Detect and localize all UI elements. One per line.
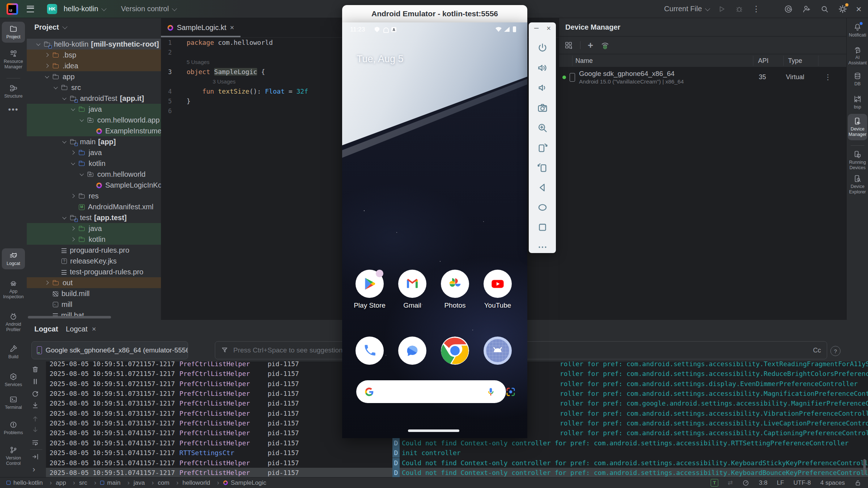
tree-chevron[interactable] bbox=[53, 269, 59, 275]
tree-chevron[interactable] bbox=[88, 182, 93, 188]
tree-chevron[interactable] bbox=[35, 41, 41, 47]
sidebar-item-problems[interactable]: Problems bbox=[0, 420, 27, 436]
tree-row[interactable]: src bbox=[27, 82, 161, 93]
project-selector[interactable]: hello-kotlin bbox=[64, 5, 105, 13]
tree-row[interactable]: test-proguard-rules.pro bbox=[27, 266, 161, 277]
tree-row[interactable]: java bbox=[27, 223, 161, 234]
power-button-icon[interactable] bbox=[537, 42, 548, 54]
google-search-bar[interactable] bbox=[356, 380, 506, 403]
tree-chevron[interactable] bbox=[70, 193, 76, 199]
sidebar-item-resource-manager[interactable]: Resource Manager bbox=[0, 49, 27, 70]
log-row[interactable]: 2025-08-05 10:59:51.074 1157-1217 PrefCt… bbox=[46, 468, 868, 477]
file-encoding[interactable]: UTF-8 bbox=[793, 479, 811, 487]
scroll-to-end-icon[interactable] bbox=[31, 401, 39, 410]
column-header-type[interactable]: Type bbox=[788, 57, 802, 65]
clear-logcat-icon[interactable] bbox=[31, 365, 39, 373]
project-panel-header[interactable]: Project bbox=[27, 18, 161, 36]
tree-chevron[interactable] bbox=[70, 160, 76, 166]
app-youtube[interactable]: YouTube bbox=[480, 270, 516, 309]
tree-chevron[interactable] bbox=[53, 247, 59, 253]
project-badge[interactable]: HK bbox=[47, 4, 57, 14]
next-occurrence-icon[interactable] bbox=[31, 425, 39, 434]
tree-chevron[interactable] bbox=[44, 291, 50, 296]
tree-chevron[interactable] bbox=[53, 258, 59, 264]
tree-chevron[interactable] bbox=[61, 215, 67, 221]
more-actions-icon[interactable]: ⋮ bbox=[752, 4, 761, 14]
close-icon[interactable]: × bbox=[546, 24, 551, 33]
home-button-icon[interactable] bbox=[537, 202, 548, 213]
log-row[interactable]: 2025-08-05 10:59:51.074 1157-1217 PrefCt… bbox=[46, 458, 868, 468]
lock-open-icon[interactable] bbox=[854, 479, 861, 487]
tree-row[interactable]: main [app] bbox=[27, 136, 161, 147]
tree-row[interactable]: com.helloworld bbox=[27, 169, 161, 180]
date-widget[interactable]: Tue, Aug 5 bbox=[357, 53, 404, 65]
app-play-store[interactable]: Play Store bbox=[352, 270, 388, 309]
settings-button[interactable] bbox=[838, 4, 847, 14]
main-menu-button[interactable] bbox=[27, 6, 34, 12]
voice-search-mic-icon[interactable] bbox=[486, 387, 496, 397]
sidebar-item-bsp[interactable]: bsp bbox=[847, 95, 868, 110]
app-gmail[interactable]: Gmail bbox=[394, 270, 430, 309]
pause-logcat-icon[interactable] bbox=[31, 377, 39, 386]
indent-setting[interactable]: 4 spaces bbox=[820, 479, 845, 487]
overview-button-icon[interactable] bbox=[537, 222, 548, 233]
back-button-icon[interactable] bbox=[537, 182, 548, 193]
home-indicator[interactable] bbox=[408, 429, 459, 432]
zoom-icon[interactable] bbox=[537, 122, 548, 134]
emulator-title-bar[interactable]: Android Emulator - kotlin-test:5556 bbox=[342, 5, 527, 22]
dock-android-app[interactable] bbox=[480, 337, 516, 365]
tree-row[interactable]: AndroidManifest.xml bbox=[27, 201, 161, 212]
search-icon[interactable] bbox=[820, 4, 829, 14]
close-tab-icon[interactable]: × bbox=[92, 325, 96, 333]
restart-logcat-icon[interactable] bbox=[31, 390, 39, 398]
breadcrumb-item[interactable]: java bbox=[133, 479, 158, 487]
tree-chevron[interactable] bbox=[70, 236, 76, 242]
add-device-button[interactable]: + bbox=[588, 41, 593, 49]
tree-chevron[interactable] bbox=[61, 95, 67, 101]
add-user-icon[interactable] bbox=[802, 4, 811, 14]
sidebar-item-project[interactable]: Project bbox=[2, 22, 25, 43]
sidebar-item-build[interactable]: Build bbox=[0, 344, 27, 360]
horizontal-scrollbar[interactable] bbox=[28, 316, 111, 318]
soft-wrap-icon[interactable] bbox=[31, 438, 39, 446]
dock-chrome[interactable] bbox=[437, 337, 473, 365]
help-icon[interactable]: ? bbox=[830, 346, 841, 356]
run-icon[interactable] bbox=[718, 5, 726, 13]
tree-chevron[interactable] bbox=[44, 52, 50, 58]
match-case-toggle[interactable]: Cc bbox=[813, 347, 821, 354]
tree-row[interactable]: ExampleInstrumente bbox=[27, 125, 161, 136]
volume-down-icon[interactable] bbox=[537, 82, 548, 94]
tree-row[interactable]: .bsp bbox=[27, 50, 161, 60]
sidebar-item-device-manager[interactable]: Device Manager bbox=[848, 114, 867, 140]
tree-row[interactable]: .idea bbox=[27, 60, 161, 71]
column-header-api[interactable]: API bbox=[758, 57, 769, 65]
tree-chevron[interactable] bbox=[44, 63, 50, 69]
breadcrumb-item[interactable]: helloworld bbox=[182, 479, 223, 487]
sidebar-item-logcat[interactable]: Logcat bbox=[2, 248, 25, 269]
tab-logcat[interactable]: Logcat × bbox=[66, 325, 96, 333]
log-row[interactable]: 2025-08-05 10:59:51.074 1157-1217 RTTSet… bbox=[46, 448, 868, 458]
view-options-icon[interactable] bbox=[564, 41, 573, 50]
column-header-name[interactable]: Name bbox=[575, 57, 593, 65]
pair-wifi-device-icon[interactable] bbox=[600, 40, 610, 50]
tree-chevron[interactable] bbox=[70, 204, 76, 210]
tree-row[interactable]: hello-kotlin [mill-synthetic-root] ~/pr bbox=[27, 39, 161, 50]
tree-chevron[interactable] bbox=[88, 128, 93, 134]
tree-row[interactable]: out bbox=[27, 277, 161, 288]
sidebar-item-structure[interactable]: Structure bbox=[0, 84, 27, 99]
tree-chevron[interactable] bbox=[79, 171, 85, 177]
tree-row[interactable]: kotlin bbox=[27, 234, 161, 245]
tree-chevron[interactable] bbox=[44, 74, 50, 80]
tree-chevron[interactable] bbox=[70, 226, 76, 231]
sidebar-item-app-inspection[interactable]: App Inspection bbox=[0, 279, 27, 300]
close-icon[interactable]: × bbox=[856, 5, 861, 13]
google-lens-icon[interactable] bbox=[505, 386, 516, 397]
tree-chevron[interactable] bbox=[70, 150, 76, 155]
debug-icon[interactable] bbox=[735, 5, 744, 13]
run-configuration-selector[interactable]: Current File bbox=[664, 5, 709, 13]
close-tab-icon[interactable]: × bbox=[230, 23, 234, 32]
sidebar-item-running-devices[interactable]: Running Devices bbox=[847, 150, 868, 171]
more-options-icon[interactable] bbox=[537, 241, 548, 253]
tree-row[interactable]: com.helloworld.app bbox=[27, 115, 161, 125]
breadcrumb-item[interactable]: hello-kotlin bbox=[7, 479, 56, 487]
